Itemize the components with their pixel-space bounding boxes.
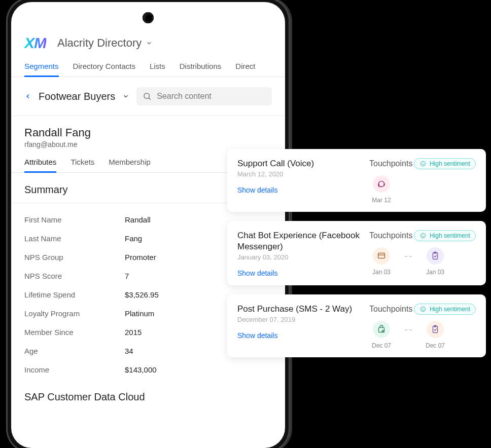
step-connector — [405, 329, 412, 330]
card-date: March 12, 2020 — [237, 170, 364, 178]
chevron-down-icon — [122, 93, 129, 100]
touchpoint-card: Post Purchase (SMS - 2 Way)December 07, … — [227, 294, 486, 357]
attr-label: Loyalty Program — [24, 309, 125, 318]
directory-label: Alacrity Directory — [57, 36, 142, 50]
attr-label: Income — [24, 365, 125, 374]
attr-label: Member Since — [24, 328, 125, 337]
search-input[interactable]: Search content — [136, 87, 272, 105]
search-placeholder: Search content — [157, 92, 212, 101]
card-title: Post Purchase (SMS - 2 Way) — [237, 304, 364, 315]
window-icon — [373, 247, 390, 265]
sentiment-badge: High sentiment — [414, 230, 476, 241]
touchpoint-card: Chat Bot Experience (Facebook Messenger)… — [227, 221, 486, 285]
touchpoint-steps: Mar 12 — [369, 175, 476, 204]
touchpoint-step-label: Dec 07 — [372, 342, 391, 349]
contact-header: Randall Fang rfang@about.me — [11, 116, 285, 148]
attr-value: Fang — [125, 234, 142, 243]
contact-name: Randall Fang — [24, 126, 272, 139]
show-details-link[interactable]: Show details — [237, 269, 364, 277]
svg-point-0 — [144, 93, 150, 99]
attr-value: 34 — [125, 347, 133, 355]
segment-picker[interactable]: Footwear Buyers — [39, 91, 129, 102]
top-tab-lists[interactable]: Lists — [150, 59, 165, 77]
attr-label: First Name — [24, 215, 125, 224]
clipboard-icon — [427, 321, 444, 338]
headset-icon — [373, 175, 390, 193]
touchpoint-step: Dec 07 — [423, 321, 447, 349]
show-details-link[interactable]: Show details — [237, 186, 364, 194]
touchpoint-steps: Dec 07Dec 07 — [369, 321, 476, 349]
smile-icon — [419, 306, 427, 313]
back-button[interactable] — [24, 92, 31, 100]
contact-email: rfang@about.me — [24, 140, 272, 148]
touchpoint-step-label: Mar 12 — [372, 197, 391, 204]
svg-line-1 — [149, 98, 151, 99]
smile-icon — [419, 160, 427, 167]
clipboard-icon — [427, 247, 444, 265]
touchpoints-label: Touchpoints — [369, 305, 412, 314]
attr-value: $3,526.95 — [125, 290, 159, 299]
segment-title-text: Footwear Buyers — [39, 91, 115, 102]
search-icon — [143, 92, 152, 101]
touchpoint-card: Support Call (Voice)March 12, 2020Show d… — [227, 149, 486, 212]
attr-label: Age — [24, 347, 125, 355]
attr-value: 7 — [125, 272, 129, 280]
touchpoint-step: Jan 03 — [423, 247, 447, 276]
card-date: December 07, 2019 — [237, 316, 364, 323]
sub-tab-membership[interactable]: Membership — [109, 158, 151, 172]
touchpoint-cards: Support Call (Voice)March 12, 2020Show d… — [227, 149, 486, 357]
attr-value: $143,000 — [125, 365, 157, 374]
app-header: XM Alacrity Directory — [11, 34, 285, 59]
attr-label: NPS Score — [24, 272, 125, 280]
touchpoint-step: Dec 07 — [369, 321, 394, 349]
top-tab-distributions[interactable]: Distributions — [180, 59, 222, 77]
sentiment-badge: High sentiment — [414, 304, 476, 315]
attr-value: Platinum — [125, 309, 154, 318]
attr-label: Last Name — [24, 234, 125, 243]
top-tabs: SegmentsDirectory ContactsListsDistribut… — [11, 59, 285, 77]
touchpoints-label: Touchpoints — [369, 159, 412, 168]
segment-bar: Footwear Buyers Search content — [11, 77, 285, 116]
touchpoint-step: Mar 12 — [369, 175, 394, 204]
touchpoint-step-label: Dec 07 — [426, 342, 445, 349]
smile-icon — [419, 232, 427, 239]
show-details-link[interactable]: Show details — [237, 331, 364, 340]
attr-row: Income$143,000 — [24, 360, 272, 379]
attr-label: NPS Group — [24, 253, 125, 262]
card-title: Support Call (Voice) — [237, 158, 364, 169]
top-tab-direct[interactable]: Direct — [235, 59, 255, 77]
directory-picker[interactable]: Alacrity Directory — [57, 36, 153, 50]
attr-value: Promoter — [125, 253, 156, 262]
touchpoint-steps: Jan 03Jan 03 — [369, 247, 476, 276]
cart-icon — [373, 321, 390, 338]
touchpoints-label: Touchpoints — [369, 231, 412, 240]
step-connector — [405, 256, 412, 257]
sub-tab-attributes[interactable]: Attributes — [24, 158, 56, 173]
camera-dot — [143, 12, 154, 23]
sub-tab-tickets[interactable]: Tickets — [71, 158, 94, 172]
attr-value: 2015 — [125, 328, 142, 337]
cdc-heading: SAP Customer Data Cloud — [11, 379, 285, 405]
card-title: Chat Bot Experience (Facebook Messenger) — [237, 230, 364, 252]
top-tab-segments[interactable]: Segments — [24, 59, 59, 77]
sentiment-badge: High sentiment — [414, 158, 476, 169]
card-date: January 03, 2020 — [237, 253, 364, 261]
touchpoint-step-label: Jan 03 — [372, 269, 391, 276]
touchpoint-step: Jan 03 — [369, 247, 394, 276]
attr-value: Randall — [125, 215, 151, 224]
touchpoint-step-label: Jan 03 — [426, 269, 444, 276]
top-tab-directory-contacts[interactable]: Directory Contacts — [73, 59, 135, 77]
attr-label: Lifetime Spend — [24, 290, 125, 299]
chevron-down-icon — [146, 40, 153, 47]
brand-logo: XM — [24, 34, 46, 52]
